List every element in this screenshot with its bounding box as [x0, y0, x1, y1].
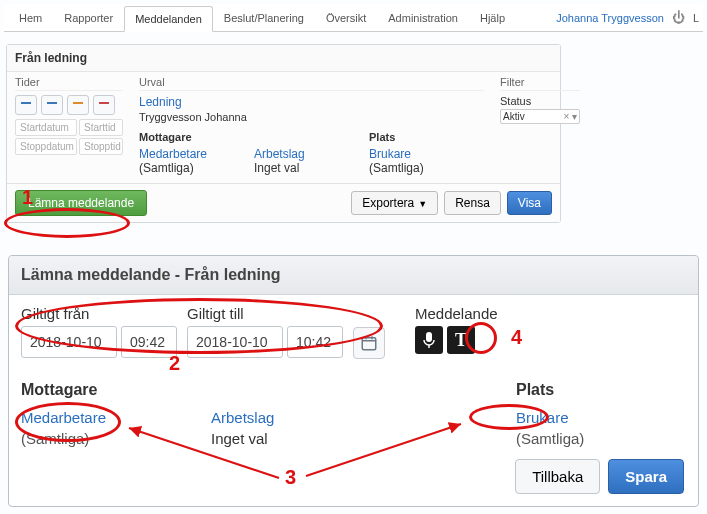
save-button[interactable]: Spara [608, 459, 684, 494]
tab--versikt[interactable]: Översikt [315, 5, 377, 31]
tab-beslut-planering[interactable]: Beslut/Planering [213, 5, 315, 31]
modal-title: Lämna meddelande - Från ledning [9, 256, 698, 295]
stop-date-input[interactable]: Stoppdatum [15, 138, 77, 155]
annotation-number-4: 4 [511, 326, 522, 349]
leave-message-button[interactable]: Lämna meddelande [15, 190, 147, 216]
urval-head: Urval [139, 76, 484, 91]
calendar-preset-4[interactable] [93, 95, 115, 115]
status-clear-icon[interactable]: × [563, 111, 569, 122]
calendar-icon [360, 334, 378, 352]
ledning-name: Tryggvesson Johanna [139, 111, 484, 123]
modal-medarbetare-link[interactable]: Medarbetare [21, 409, 211, 426]
annotation-number-3: 3 [285, 466, 296, 489]
annotation-number-1: 1 [22, 186, 33, 209]
svg-rect-0 [362, 338, 376, 350]
plats-head: Plats [369, 131, 484, 143]
medarbetare-link-top[interactable]: Medarbetare [139, 147, 254, 161]
main-tabs: HemRapporterMeddelandenBeslut/PlaneringÖ… [4, 4, 703, 32]
valid-from-date-input[interactable] [21, 326, 117, 358]
text-message-button[interactable]: T [447, 326, 475, 354]
status-label: Status [500, 95, 580, 107]
modal-arbetslag-value: Inget val [211, 430, 401, 447]
tab-hem[interactable]: Hem [8, 5, 53, 31]
brukare-link-top[interactable]: Brukare [369, 147, 484, 161]
chevron-down-icon: ▾ [572, 111, 577, 122]
mottagare-head: Mottagare [139, 131, 254, 143]
ledning-link[interactable]: Ledning [139, 95, 484, 109]
start-time-input[interactable]: Starttid [79, 119, 123, 136]
modal-arbetslag-head [211, 381, 401, 399]
brukare-value-top: (Samtliga) [369, 161, 484, 175]
caret-down-icon: ▼ [418, 199, 427, 209]
export-button[interactable]: Exportera▼ [351, 191, 438, 215]
modal-brukare-value: (Samtliga) [516, 430, 686, 447]
power-icon[interactable]: ⏻ [672, 10, 685, 25]
modal-medarbetare-value: (Samtliga) [21, 430, 211, 447]
medarbetare-value-top: (Samtliga) [139, 161, 254, 175]
tab-hj-lp[interactable]: Hjälp [469, 5, 516, 31]
modal-brukare-link[interactable]: Brukare [516, 409, 686, 426]
valid-to-date-input[interactable] [187, 326, 283, 358]
logout-label: L [693, 12, 699, 24]
microphone-icon [422, 331, 436, 349]
arbetslag-link-top[interactable]: Arbetslag [254, 147, 369, 161]
back-button[interactable]: Tillbaka [515, 459, 600, 494]
status-value: Aktiv [503, 111, 525, 122]
voice-message-button[interactable] [415, 326, 443, 354]
clear-button[interactable]: Rensa [444, 191, 501, 215]
calendar-preset-3[interactable] [67, 95, 89, 115]
arbetslag-value-top: Inget val [254, 161, 369, 175]
modal-arbetslag-link[interactable]: Arbetslag [211, 409, 401, 426]
modal-mottagare-head: Mottagare [21, 381, 211, 399]
calendar-preset-2[interactable] [41, 95, 63, 115]
panel-title: Från ledning [7, 45, 560, 72]
valid-from-label: Giltigt från [21, 305, 177, 322]
message-label: Meddelande [415, 305, 498, 322]
calendar-preset-1[interactable] [15, 95, 37, 115]
calendar-picker-button[interactable] [353, 327, 385, 359]
tab-meddelanden[interactable]: Meddelanden [124, 6, 213, 32]
svg-rect-4 [426, 332, 432, 342]
modal-plats-head: Plats [516, 381, 686, 399]
start-date-input[interactable]: Startdatum [15, 119, 77, 136]
annotation-number-2: 2 [169, 352, 180, 375]
tider-head: Tider [15, 76, 123, 91]
show-button[interactable]: Visa [507, 191, 552, 215]
stop-time-input[interactable]: Stopptid [79, 138, 123, 155]
leave-message-modal: Lämna meddelande - Från ledning Giltigt … [8, 255, 699, 507]
valid-to-label: Giltigt till [187, 305, 343, 322]
filter-panel: Från ledning Tider Startdatum Starttid S… [6, 44, 561, 223]
valid-to-time-input[interactable] [287, 326, 343, 358]
filter-head: Filter [500, 76, 580, 91]
status-select[interactable]: Aktiv × ▾ [500, 109, 580, 124]
tab-rapporter[interactable]: Rapporter [53, 5, 124, 31]
tab-administration[interactable]: Administration [377, 5, 469, 31]
user-menu[interactable]: Johanna Tryggvesson [556, 12, 664, 24]
